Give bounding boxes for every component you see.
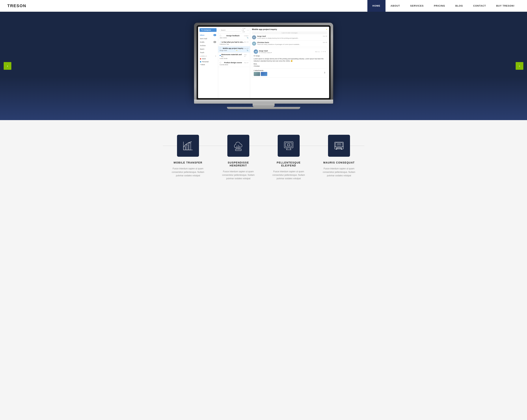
svg-rect-2 (189, 143, 191, 150)
laptop-base (194, 99, 333, 104)
star-msg-button[interactable]: ☆ (321, 51, 322, 53)
features-grid: MOBILE TRANSFER Fusce interdum sapien ut… (163, 135, 364, 180)
star-2[interactable]: ★ (236, 50, 237, 51)
sidebar-item-archive[interactable]: Archive (198, 44, 218, 47)
msg-greeting: Hi Serge, (254, 55, 326, 57)
time-3: Nov 07 (244, 54, 249, 57)
nav-item-buy[interactable]: BUY TRESON! (491, 0, 520, 12)
sidebar-item-spam[interactable]: Spam (198, 47, 218, 51)
nav-item-about[interactable]: ABOUT (385, 0, 405, 12)
nav-item-contact[interactable]: CONTACT (468, 0, 491, 12)
attachment-thumb-2[interactable] (261, 72, 267, 76)
svg-rect-20 (335, 142, 343, 149)
nav-link-pricing[interactable]: PRICING (429, 0, 450, 12)
more-actions-button[interactable]: ▾ (325, 51, 326, 53)
attachments-section: 2 attachments ⬇ (254, 68, 326, 76)
mauris-icon-box (328, 135, 350, 157)
sidebar-item-sentmail[interactable]: Sent mail (198, 37, 218, 40)
suspendisse-desc: Fusce interdum sapien ut quam consectetu… (219, 170, 258, 180)
email-detail: Mobile app project inquiry ★ Load 24 old… (250, 27, 329, 98)
spam-label: Spam (200, 48, 204, 50)
personal-label: Personal (202, 61, 209, 63)
navbar: TRESON HOME ABOUT SERVICES PRICING BLOG … (0, 0, 527, 12)
nav-item-home[interactable]: HOME (367, 0, 385, 12)
thread-content-0: Serge Vasil Nov 03 Lorem Ipsum is simply… (257, 35, 327, 39)
email-item-4[interactable]: Product design course Nov 07 Camilla Bel… (218, 61, 250, 67)
subject-2: Mobile app project inquiry (223, 47, 243, 49)
download-all-button[interactable]: ⬇ (324, 71, 326, 74)
sender-1: Catherine Tate (220, 43, 229, 45)
nav-links: HOME ABOUT SERVICES PRICING BLOG CONTACT… (367, 0, 520, 12)
sidebar-item-trash[interactable]: Trash (198, 51, 218, 54)
checkbox-2[interactable] (220, 48, 221, 49)
msg-avatar-inner: SV (254, 49, 258, 54)
laptop-outer: ✎ Compose Inbox 3 Sent mail Dr (194, 23, 333, 99)
features-section: MOBILE TRANSFER Fusce interdum sapien ut… (0, 120, 527, 195)
next-arrow-button[interactable]: › (516, 62, 523, 70)
reply-button[interactable]: ↩ (323, 51, 324, 53)
archive-label: Archive (200, 44, 206, 46)
next-page-button[interactable]: › (248, 29, 249, 31)
mobile-transfer-title: MOBILE TRANSFER (168, 161, 208, 164)
labels-title: LABELS (200, 55, 207, 57)
inbox-label: Inbox (200, 34, 204, 36)
search-input[interactable] (219, 29, 242, 32)
laptop-stand (253, 104, 274, 107)
thread-date-1: Nov 05 (323, 42, 327, 43)
nav-link-buy[interactable]: BUY TRESON! (491, 0, 520, 12)
time-2: Nov 09 (244, 48, 249, 49)
attachment-icon-2: 📎 (247, 50, 248, 51)
personal-dot (200, 61, 201, 62)
prev-page-button[interactable]: ‹ (247, 29, 248, 31)
label-personal[interactable]: Personal (198, 60, 218, 63)
sidebar-item-drafts[interactable]: Drafts 2 (198, 40, 218, 44)
attachment-icon-0: 📎 (247, 37, 249, 39)
pellentesque-icon-box (278, 135, 300, 157)
msg-sender-info: Serge Vasil To Christian Davis ▾ (259, 50, 314, 54)
hero-section: ‹ ✎ Compose Inbox (0, 12, 527, 120)
checkbox-4[interactable] (220, 62, 221, 63)
attachment-thumb-1[interactable] (254, 72, 260, 76)
thread-avatar-0: SV (252, 35, 256, 39)
email-item-0[interactable]: Design feedback 4:30pm Jack Jones 📎 (218, 34, 250, 40)
compose-button[interactable]: ✎ Compose (199, 28, 217, 32)
nav-link-contact[interactable]: CONTACT (468, 0, 491, 12)
svg-rect-21 (335, 143, 343, 147)
nav-link-blog[interactable]: BLOG (450, 0, 468, 12)
pellentesque-desc: Fusce interdum sapien ut quam consectetu… (269, 170, 308, 180)
detail-star[interactable]: ★ (326, 29, 327, 30)
email-list: 1-24 of 112 ‹ › Design feedback 4:30pm (218, 27, 250, 98)
email-item-2[interactable]: Mobile app project inquiry Nov 09 Serge … (218, 46, 250, 53)
thread-sender-1: Christian Davis (257, 42, 269, 43)
laptop-foot (227, 107, 300, 109)
nav-link-about[interactable]: ABOUT (385, 0, 405, 12)
sidebar-item-inbox[interactable]: Inbox 3 (198, 33, 218, 37)
email-item-1[interactable]: ✓ Is that what you had in min... Nov 10 … (218, 40, 250, 46)
checkbox-0[interactable] (220, 35, 221, 36)
prev-arrow-button[interactable]: ‹ (4, 62, 11, 70)
nav-link-home[interactable]: HOME (367, 0, 385, 12)
msg-sign: Best,Christian (254, 63, 326, 67)
load-older-button[interactable]: Load 24 older messages (252, 32, 327, 34)
feature-pellentesque: PELLENTESQUE ELEIFEND Fusce interdum sap… (264, 135, 314, 180)
thread-item-1: CD Christian Davis Nov 05 There are many… (252, 42, 327, 47)
nav-link-services[interactable]: SERVICES (405, 0, 429, 12)
nav-item-blog[interactable]: BLOG (450, 0, 468, 12)
svg-rect-24 (338, 147, 340, 148)
msg-body: Hi Serge, Lorem Ipsum is simply dummy te… (254, 55, 326, 67)
label-more[interactable]: + More (198, 63, 218, 66)
subject-3: Bistronome materials and s... (221, 54, 244, 57)
feature-mauris: MAURIS CONSEQUAT Fusce interdum sapien u… (314, 135, 364, 180)
email-item-3[interactable]: Bistronome materials and s... Nov 07 Lew… (218, 53, 250, 61)
attachments-info: 2 attachments (254, 69, 267, 76)
svg-rect-12 (284, 142, 293, 148)
thread-avatar-1: CD (252, 42, 256, 45)
labels-section-header: LABELS ▾ (198, 54, 218, 57)
msg-avatar: SV (254, 49, 258, 54)
label-work[interactable]: Work (198, 57, 218, 60)
attach-thumbs (254, 72, 267, 76)
nav-item-pricing[interactable]: PRICING (429, 0, 450, 12)
nav-item-services[interactable]: SERVICES (405, 0, 429, 12)
sender-0: Jack Jones (220, 37, 227, 39)
sender-3: Lewis Smith (220, 58, 228, 59)
